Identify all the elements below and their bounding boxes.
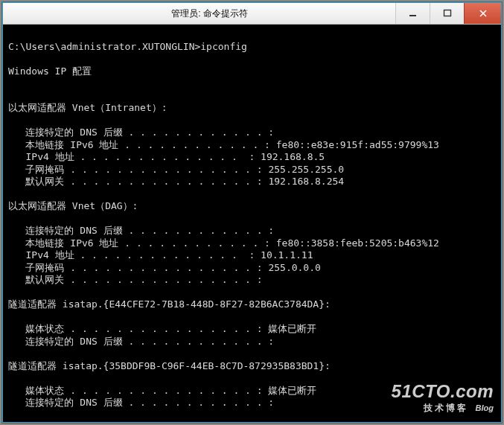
terminal-line [8,188,500,201]
terminal-line: 以太网适配器 Vnet（DAG）: [8,200,500,213]
terminal-line [8,28,500,41]
system-menu-icon[interactable] [3,3,24,24]
terminal-output[interactable]: C:\Users\administrator.XUTONGLIN>ipconfi… [4,25,500,421]
terminal-line: 媒体状态 . . . . . . . . . . . . . . . . : 媒… [8,385,500,397]
terminal-line: 连接特定的 DNS 后缀 . . . . . . . . . . . . : [8,336,500,348]
terminal-line: 连接特定的 DNS 后缀 . . . . . . . . . . . . : [8,127,500,139]
terminal-line [8,213,500,226]
terminal-line: 连接特定的 DNS 后缀 . . . . . . . . . . . . : [8,225,500,237]
minimize-button[interactable] [395,3,430,24]
terminal-line: Windows IP 配置 [8,65,500,78]
terminal-line [8,311,500,324]
terminal-line: 连接特定的 DNS 后缀 . . . . . . . . . . . . : [8,397,500,409]
terminal-line: 以太网适配器 Vnet（Intranet）: [8,102,500,115]
command-prompt-window: 管理员: 命令提示符 C:\Users\administrator.XUTONG… [2,2,502,423]
terminal-line: 隧道适配器 isatap.{35BDDF9B-C96F-44EB-8C7D-87… [8,360,500,373]
svg-rect-0 [409,15,416,16]
terminal-line: 子网掩码 . . . . . . . . . . . . . . . . : 2… [8,262,500,275]
terminal-line: C:\Users\administrator.XUTONGLIN>ipconfi… [8,41,500,54]
terminal-line: IPv4 地址 . . . . . . . . . . . . . . : 10… [8,249,500,262]
window-title: 管理员: 命令提示符 [24,3,395,24]
terminal-line [8,348,500,360]
terminal-line: 本地链接 IPv6 地址 . . . . . . . . . . . . : f… [8,237,500,250]
maximize-button[interactable] [430,3,464,24]
terminal-line: 隧道适配器 isatap.{E44CFE72-7B18-448D-8F27-82… [8,298,500,311]
terminal-line [8,53,500,65]
terminal-line: 本地链接 IPv6 地址 . . . . . . . . . . . . : f… [8,139,500,152]
terminal-line: IPv4 地址 . . . . . . . . . . . . . . : 19… [8,151,500,164]
titlebar[interactable]: 管理员: 命令提示符 [3,3,501,25]
terminal-line: 媒体状态 . . . . . . . . . . . . . . . . : 媒… [8,323,500,336]
terminal-line [8,90,500,103]
terminal-line: 子网掩码 . . . . . . . . . . . . . . . . : 2… [8,164,500,176]
terminal-line [8,372,500,385]
terminal-line: 默认网关 . . . . . . . . . . . . . . . . : [8,274,500,287]
terminal-line [8,287,500,299]
terminal-line [8,77,500,90]
terminal-line [8,115,500,127]
terminal-line: 默认网关 . . . . . . . . . . . . . . . . : 1… [8,176,500,188]
close-button[interactable] [464,3,501,24]
terminal-line [8,409,500,422]
svg-rect-1 [444,10,450,16]
window-controls [395,3,501,24]
